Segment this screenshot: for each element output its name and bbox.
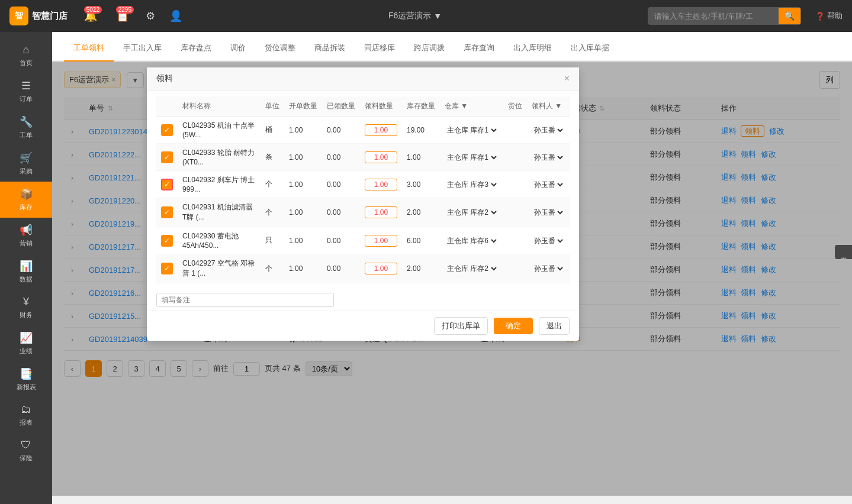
notification-badge: 5022: [84, 6, 102, 14]
print-button[interactable]: 打印出库单: [434, 317, 488, 335]
sidebar-item-label: 财务: [20, 311, 33, 319]
tab-goods-split[interactable]: 商品拆装: [305, 35, 355, 62]
item-pick-qty-input[interactable]: [365, 263, 397, 274]
sidebar-item-finance[interactable]: ¥ 财务: [0, 290, 52, 325]
item-unit: 条: [261, 144, 284, 171]
item-person-select[interactable]: 孙玉番: [532, 236, 565, 245]
item-checkbox[interactable]: ✓: [161, 235, 173, 247]
item-stock-qty: 3.00: [402, 171, 440, 198]
tab-manual-inout[interactable]: 手工出入库: [114, 35, 171, 62]
search-button[interactable]: 🔍: [779, 8, 800, 24]
item-location: [503, 117, 527, 144]
sidebar-item-data[interactable]: 📊 数据: [0, 254, 52, 290]
sidebar-item-home[interactable]: ⌂ 首页: [0, 38, 52, 73]
sidebar-item-label: 采购: [20, 167, 33, 176]
item-warehouse-select[interactable]: 主仓库 库存2: [445, 264, 499, 273]
sidebar-item-workorder[interactable]: 🔧 工单: [0, 109, 52, 146]
confirm-button[interactable]: 确定: [494, 318, 533, 334]
sidebar-item-newreport[interactable]: 📑 新报表: [0, 361, 52, 398]
exit-button[interactable]: 退出: [539, 317, 570, 335]
sidebar-item-insurance[interactable]: 🛡 保险: [0, 433, 52, 469]
todo-btn[interactable]: 📋 2295: [116, 9, 129, 22]
tab-inout-detail[interactable]: 出入库明细: [504, 35, 561, 62]
item-warehouse-select[interactable]: 主仓库 库存1: [445, 153, 499, 162]
sidebar-item-label: 新报表: [17, 383, 36, 392]
item-pick-qty-input[interactable]: [365, 206, 397, 218]
item-checkbox[interactable]: ✓: [161, 179, 173, 190]
insurance-icon: 🛡: [21, 439, 31, 451]
modal-item-row: ✓ CL042932 刹车片 博士 999... 个 1.00 0.00: [156, 171, 570, 198]
tab-inout-docs[interactable]: 出入库单据: [561, 35, 619, 62]
modal-th-stock-qty: 库存数量: [402, 96, 440, 117]
sidebar-item-label: 业绩: [20, 347, 33, 356]
item-person-select[interactable]: 孙玉番: [532, 153, 565, 162]
item-unit: 个: [261, 171, 284, 198]
item-person-select[interactable]: 孙玉番: [532, 208, 565, 217]
newreport-icon: 📑: [20, 367, 33, 380]
modal-item-row: ✓ CL042927 空气格 邓禄普 1 (... 个 1.00 0.00: [156, 254, 570, 283]
search-input[interactable]: [648, 9, 779, 24]
sidebar-item-purchase[interactable]: 🛒 采购: [0, 146, 52, 182]
sidebar-item-performance[interactable]: 📈 业绩: [0, 325, 52, 361]
item-pick-qty-input[interactable]: [365, 151, 397, 163]
tab-inventory-check[interactable]: 库存盘点: [171, 35, 221, 62]
workorder-icon: 🔧: [20, 115, 33, 128]
item-stock-qty: 2.00: [402, 254, 440, 283]
item-location: [503, 144, 527, 171]
item-person-select[interactable]: 孙玉番: [532, 125, 565, 135]
notification-btn[interactable]: 🔔 5022: [84, 9, 97, 22]
item-warehouse-select[interactable]: 主仓库 库存1: [445, 125, 499, 135]
chevron-down-icon: ▼: [433, 11, 442, 21]
item-location: [503, 227, 527, 254]
item-pick-qty-input[interactable]: [365, 179, 397, 190]
f6-selector[interactable]: F6运营演示 ▼: [388, 11, 442, 21]
remark-input[interactable]: [156, 293, 334, 307]
logo-text: 智慧门店: [32, 11, 67, 22]
item-location: [503, 254, 527, 283]
item-open-qty: 1.00: [284, 254, 322, 283]
sidebar-item-label: 营销: [20, 239, 33, 248]
item-checkbox[interactable]: ✓: [161, 206, 173, 218]
marketing-icon: 📢: [20, 224, 33, 237]
sidebar-item-order[interactable]: ☰ 订单: [0, 73, 52, 109]
sidebar-item-inventory[interactable]: 📦 库存: [0, 182, 52, 218]
item-open-qty: 1.00: [284, 144, 322, 171]
item-pick-qty-input[interactable]: [365, 124, 397, 136]
help-button[interactable]: ❓ 帮助: [815, 11, 843, 21]
modal-close-btn[interactable]: ×: [564, 73, 570, 84]
settings-btn[interactable]: ⚙: [146, 9, 155, 22]
item-person-select[interactable]: 孙玉番: [532, 180, 565, 189]
user-btn[interactable]: 👤: [169, 9, 182, 22]
tab-price-adjust[interactable]: 调价: [221, 35, 255, 62]
sidebar-item-marketing[interactable]: 📢 营销: [0, 218, 52, 254]
modal-overlay: 领料 × 材料名称 单位 开单数量: [52, 62, 852, 496]
tab-location-adjust[interactable]: 货位调整: [255, 35, 305, 62]
item-warehouse-select[interactable]: 主仓库 库存3: [445, 180, 499, 189]
item-name: CL042931 机油滤清器 T牌 (...: [178, 198, 261, 227]
item-name: CL042927 空气格 邓禄普 1 (...: [178, 254, 261, 283]
modal-title: 领料: [156, 73, 173, 84]
tab-cross-store[interactable]: 跨店调拨: [404, 35, 454, 62]
tab-workorder-pickup[interactable]: 工单领料: [64, 35, 114, 62]
item-person-select[interactable]: 孙玉番: [532, 264, 565, 273]
modal-body: 材料名称 单位 开单数量 已领数量 领料数量 库存数量 仓库 ▼ 货位 领料人: [147, 91, 579, 289]
item-checkbox[interactable]: ✓: [161, 124, 173, 136]
sidebar-item-report[interactable]: 🗂 报表: [0, 398, 52, 433]
modal-footer: 打印出库单 确定 退出: [147, 311, 579, 341]
item-warehouse-select[interactable]: 主仓库 库存2: [445, 208, 499, 217]
horizontal-scrollbar[interactable]: [52, 496, 852, 504]
modal-th-check: [156, 96, 178, 117]
item-checkbox[interactable]: ✓: [161, 263, 173, 274]
tab-same-store[interactable]: 同店移库: [355, 35, 404, 62]
nav-tabs: 工单领料 手工出入库 库存盘点 调价 货位调整 商品拆装 同店移库 跨店调拨 库…: [52, 32, 852, 62]
sidebar-item-label: 订单: [20, 95, 33, 104]
item-checkbox[interactable]: ✓: [161, 151, 173, 163]
item-pick-qty-input[interactable]: [365, 235, 397, 247]
sidebar-item-label: 数据: [20, 275, 33, 284]
tab-inventory-query[interactable]: 库存查询: [454, 35, 504, 62]
item-stock-qty: 2.00: [402, 198, 440, 227]
purchase-icon: 🛒: [20, 151, 33, 164]
item-received-qty: 0.00: [322, 254, 360, 283]
modal-remark-area: [147, 289, 579, 311]
item-warehouse-select[interactable]: 主仓库 库存6: [445, 236, 499, 245]
